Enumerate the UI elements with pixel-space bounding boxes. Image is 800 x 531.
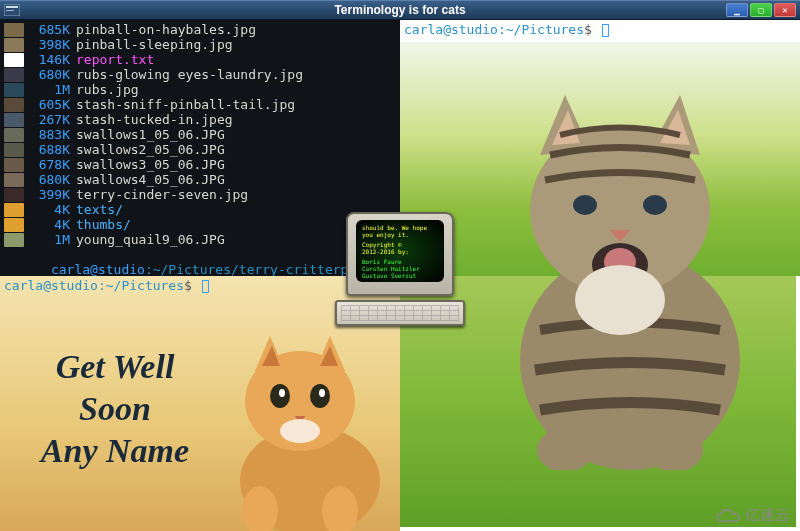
file-size: 1M — [28, 82, 70, 97]
file-row: 267Kstash-tucked-in.jpeg — [4, 112, 396, 127]
kitten-tabby-image — [480, 80, 770, 470]
file-size: 1M — [28, 232, 70, 247]
file-row: 1Mrubs.jpg — [4, 82, 396, 97]
folder-icon — [4, 203, 24, 217]
svg-point-7 — [279, 389, 285, 397]
prompt-symbol: $ — [184, 278, 192, 293]
image-thumbnail-icon — [4, 98, 24, 112]
about-screen-text: should be. We hope you enjoy it. Copyrig… — [356, 220, 444, 282]
file-name: young_quail9_06.JPG — [76, 232, 225, 247]
svg-point-9 — [280, 419, 320, 443]
prompt-path: ~/Pictures — [106, 278, 184, 293]
image-thumbnail-icon — [4, 233, 24, 247]
file-row: 685Kpinball-on-haybales.jpg — [4, 22, 396, 37]
svg-point-6 — [310, 384, 330, 408]
image-thumbnail-icon — [4, 23, 24, 37]
prompt-user: carla@studio — [404, 22, 498, 37]
file-size: 605K — [28, 97, 70, 112]
file-name: stash-sniff-pinball-tail.jpg — [76, 97, 295, 112]
window-minimize-button[interactable]: ▁ — [726, 3, 748, 17]
file-size: 680K — [28, 67, 70, 82]
image-thumbnail-icon — [4, 128, 24, 142]
image-thumbnail-icon — [4, 83, 24, 97]
card-line-2: Soon — [30, 388, 200, 430]
svg-point-19 — [537, 428, 593, 470]
file-name: pinball-sleeping.jpg — [76, 37, 233, 52]
prompt-path: ~/Pictures — [506, 22, 584, 37]
file-row: 398Kpinball-sleeping.jpg — [4, 37, 396, 52]
file-size: 685K — [28, 22, 70, 37]
window-close-button[interactable]: ✕ — [774, 3, 796, 17]
svg-point-5 — [270, 384, 290, 408]
file-name: terry-cinder-seven.jpg — [76, 187, 248, 202]
svg-rect-1 — [6, 6, 18, 8]
image-thumbnail-icon — [4, 158, 24, 172]
file-size: 680K — [28, 172, 70, 187]
file-size: 398K — [28, 37, 70, 52]
file-name: swallows4_05_06.JPG — [76, 172, 225, 187]
prompt-user: carla@studio — [51, 262, 145, 276]
file-row: 680Krubs-glowing eyes-laundry.jpg — [4, 67, 396, 82]
window-titlebar: Terminology is for cats ▁ ▢ ✕ — [0, 0, 800, 20]
file-row: 680Kswallows4_05_06.JPG — [4, 172, 396, 187]
image-thumbnail-icon — [4, 113, 24, 127]
file-size: 4K — [28, 202, 70, 217]
svg-point-20 — [647, 428, 703, 470]
cloud-icon — [715, 508, 741, 524]
file-row: 146Kreport.txt — [4, 52, 396, 67]
greeting-card-text: Get Well Soon Any Name — [30, 346, 200, 472]
file-name: texts/ — [76, 202, 123, 217]
image-thumbnail-icon — [4, 38, 24, 52]
file-row: 883Kswallows1_05_06.JPG — [4, 127, 396, 142]
file-row: 605Kstash-sniff-pinball-tail.jpg — [4, 97, 396, 112]
cursor-icon — [202, 280, 209, 293]
svg-rect-2 — [6, 10, 14, 11]
file-size: 4K — [28, 217, 70, 232]
file-size: 399K — [28, 187, 70, 202]
file-name: rubs-glowing eyes-laundry.jpg — [76, 67, 303, 82]
file-name: thumbs/ — [76, 217, 131, 232]
file-row: 688Kswallows2_05_06.JPG — [4, 142, 396, 157]
kitten-orange-image — [200, 321, 390, 531]
file-size: 678K — [28, 157, 70, 172]
folder-icon — [4, 218, 24, 232]
card-line-3: Any Name — [30, 430, 200, 472]
svg-point-15 — [643, 195, 667, 215]
prompt-symbol: $ — [584, 22, 592, 37]
window-controls: ▁ ▢ ✕ — [726, 3, 796, 17]
file-name: report.txt — [76, 52, 154, 67]
svg-point-14 — [573, 195, 597, 215]
file-name: swallows2_05_06.JPG — [76, 142, 225, 157]
watermark: 亿速云 — [715, 506, 790, 525]
workspace: 685Kpinball-on-haybales.jpg398Kpinball-s… — [0, 20, 800, 531]
card-line-1: Get Well — [30, 346, 200, 388]
prompt-line: carla@studio:~/Pictures$ — [400, 20, 800, 39]
cursor-icon — [602, 24, 609, 37]
text-file-icon — [4, 53, 24, 67]
image-thumbnail-icon — [4, 173, 24, 187]
image-thumbnail-icon — [4, 68, 24, 82]
file-name: pinball-on-haybales.jpg — [76, 22, 256, 37]
retro-keyboard-icon — [335, 300, 465, 326]
image-thumbnail-icon — [4, 188, 24, 202]
window-maximize-button[interactable]: ▢ — [750, 3, 772, 17]
file-row: 399Kterry-cinder-seven.jpg — [4, 187, 396, 202]
file-name: stash-tucked-in.jpeg — [76, 112, 233, 127]
image-thumbnail-icon — [4, 143, 24, 157]
svg-point-8 — [319, 389, 325, 397]
about-dialog: should be. We hope you enjoy it. Copyrig… — [335, 212, 465, 332]
file-name: swallows1_05_06.JPG — [76, 127, 225, 142]
file-size: 883K — [28, 127, 70, 142]
file-name: rubs.jpg — [76, 82, 139, 97]
file-row: 678Kswallows3_05_06.JPG — [4, 157, 396, 172]
file-size: 146K — [28, 52, 70, 67]
watermark-text: 亿速云 — [745, 506, 790, 525]
retro-monitor-icon: should be. We hope you enjoy it. Copyrig… — [346, 212, 454, 296]
file-size: 267K — [28, 112, 70, 127]
window-app-icon — [4, 3, 20, 17]
file-size: 688K — [28, 142, 70, 157]
file-name: swallows3_05_06.JPG — [76, 157, 225, 172]
window-title: Terminology is for cats — [334, 3, 465, 17]
svg-point-18 — [575, 265, 665, 335]
prompt-user: carla@studio — [4, 278, 98, 293]
